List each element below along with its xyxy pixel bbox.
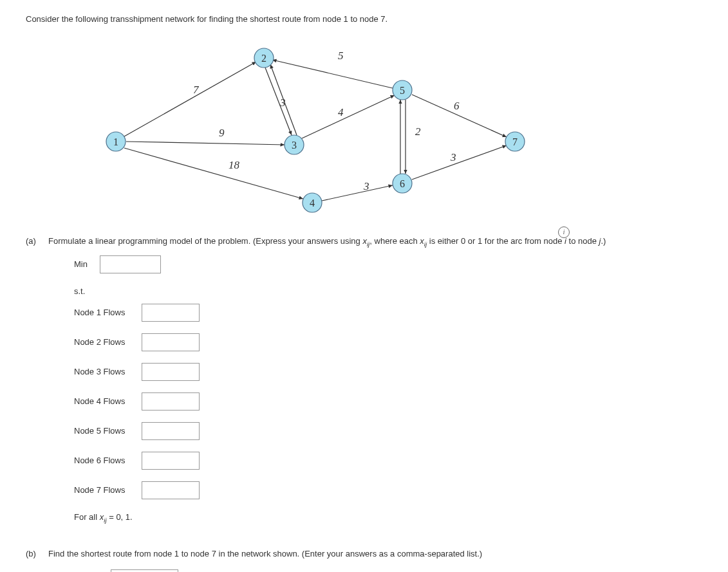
part-b: (b) Find the shortest route from node 1 … — [26, 548, 702, 572]
part-b-body: Find the shortest route from node 1 to n… — [48, 548, 702, 572]
info-icon[interactable]: i — [558, 226, 570, 238]
flow-input-4[interactable] — [142, 392, 200, 411]
forall-row: For all xij = 0, 1. — [74, 511, 702, 525]
svg-line-2 — [124, 148, 303, 199]
svg-line-7 — [322, 185, 393, 201]
part-b-prompt: Find the shortest route from node 1 to n… — [48, 549, 482, 558]
xij-1: xij — [362, 236, 369, 246]
flow-label-5: Node 5 Flows — [74, 425, 135, 438]
edge-weight-2: 18 — [229, 159, 240, 171]
flow-label-1: Node 1 Flows — [74, 306, 135, 319]
pa-pre: Formulate a linear programming model of … — [48, 236, 362, 246]
svg-line-0 — [124, 62, 256, 136]
pa-mid: where each — [372, 236, 420, 246]
edge-weight-7: 2 — [415, 125, 421, 138]
graph-node-label-7: 7 — [512, 136, 518, 147]
flow-row-1: Node 1 Flows — [74, 304, 702, 322]
flow-row-4: Node 4 Flows — [74, 392, 702, 411]
flow-row-2: Node 2 Flows — [74, 333, 702, 351]
edge-weight-5: 4 — [338, 106, 344, 118]
edge-weight-4: 5 — [338, 50, 344, 62]
part-a-body: Formulate a linear programming model of … — [48, 235, 702, 532]
flow-row-6: Node 6 Flows — [74, 452, 702, 470]
svg-line-6 — [302, 95, 395, 138]
flow-row-3: Node 3 Flows — [74, 363, 702, 381]
edge-weight-9: 3 — [450, 151, 456, 163]
flow-row-5: Node 5 Flows — [74, 422, 702, 440]
pa-end: .) — [601, 236, 606, 246]
graph-node-label-4: 4 — [310, 197, 315, 208]
graph-node-label-3: 3 — [292, 139, 297, 150]
part-b-label: (b) — [26, 548, 42, 572]
objective-row: Min — [74, 255, 702, 273]
objective-input[interactable] — [100, 255, 161, 273]
part-a-label: (a) — [26, 235, 42, 532]
graph-node-label-2: 2 — [261, 52, 266, 63]
st-label: s.t. — [74, 285, 702, 298]
xij-2: xij — [420, 236, 427, 246]
flow-input-1[interactable] — [142, 304, 200, 322]
svg-line-3 — [265, 68, 292, 135]
path-input[interactable] — [111, 569, 178, 572]
problem-intro: Consider the following transshipment net… — [26, 13, 702, 26]
edge-weight-6: 3 — [363, 180, 369, 192]
flow-label-3: Node 3 Flows — [74, 365, 135, 378]
flow-input-3[interactable] — [142, 363, 200, 381]
flow-input-7[interactable] — [142, 481, 200, 499]
flow-input-5[interactable] — [142, 422, 200, 440]
edge-weight-8: 6 — [454, 100, 460, 112]
flow-label-7: Node 7 Flows — [74, 484, 135, 497]
svg-line-10 — [412, 95, 507, 137]
flow-label-2: Node 2 Flows — [74, 336, 135, 349]
path-row: path = 1, , 7 — [74, 569, 702, 572]
svg-line-5 — [272, 60, 393, 88]
flow-row-7: Node 7 Flows — [74, 481, 702, 499]
xij-3: xij — [100, 512, 107, 522]
forall-post: = 0, 1. — [107, 512, 133, 522]
graph-node-label-6: 6 — [400, 178, 405, 189]
part-a: (a) Formulate a linear programming model… — [26, 235, 702, 532]
part-a-prompt: Formulate a linear programming model of … — [48, 236, 606, 246]
edge-weight-1: 9 — [219, 127, 225, 139]
flow-input-6[interactable] — [142, 452, 200, 470]
pa-post: is either 0 or 1 for the arc from node — [427, 236, 565, 246]
flow-input-2[interactable] — [142, 333, 200, 351]
pa-to: to node — [566, 236, 599, 246]
svg-line-1 — [126, 142, 285, 145]
graph-node-label-1: 1 — [113, 136, 118, 147]
flow-label-4: Node 4 Flows — [74, 395, 135, 408]
flow-label-6: Node 6 Flows — [74, 454, 135, 467]
forall-pre: For all — [74, 512, 100, 522]
network-graph: 1234567 79183543263 i — [77, 39, 541, 225]
min-label: Min — [74, 258, 93, 271]
edge-weight-3: 3 — [279, 97, 286, 109]
svg-line-11 — [412, 145, 507, 180]
graph-node-label-5: 5 — [400, 84, 405, 95]
